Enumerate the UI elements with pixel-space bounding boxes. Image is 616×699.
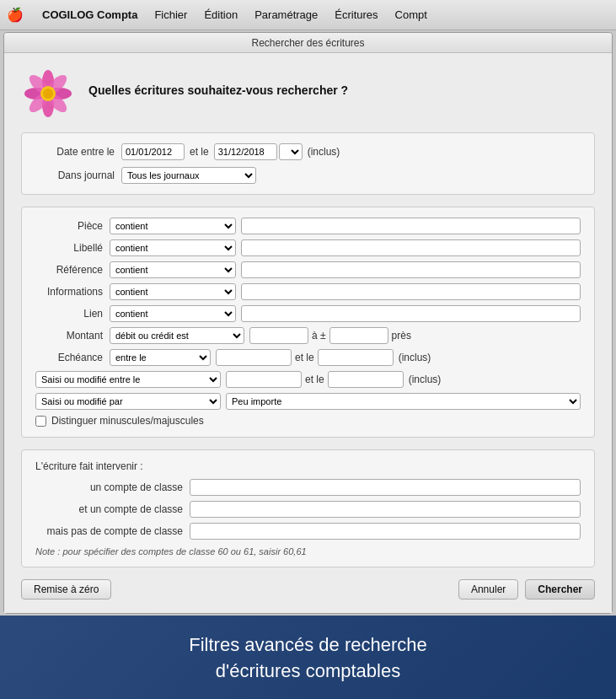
reference-select[interactable]: contient bbox=[110, 261, 236, 278]
montant-label: Montant bbox=[35, 330, 103, 341]
checkbox-row: Distinguer minuscules/majuscules bbox=[35, 415, 581, 427]
et-le-label: et le bbox=[190, 146, 209, 158]
libelle-label: Libellé bbox=[35, 242, 103, 254]
montant-pres-input[interactable] bbox=[329, 327, 388, 344]
saisi-inclus-label: (inclus) bbox=[409, 374, 442, 385]
note-text: Note : pour spécifier des comptes de cla… bbox=[35, 546, 581, 557]
saisi-par-select[interactable]: Saisi ou modifié par bbox=[35, 393, 221, 410]
journal-row: Dans journal Tous les journaux bbox=[39, 167, 577, 184]
informations-select[interactable]: contient bbox=[110, 283, 236, 300]
lien-row: Lien contient bbox=[35, 305, 581, 322]
date-row: Date entre le et le ▼ (inclus) bbox=[39, 143, 577, 160]
date-journal-section: Date entre le et le ▼ (inclus) Dans jour… bbox=[21, 132, 595, 195]
piece-input[interactable] bbox=[241, 218, 581, 234]
date-from-input[interactable] bbox=[121, 143, 185, 160]
flower-icon bbox=[21, 67, 75, 121]
bottom-banner: Filtres avancés de recherche d'écritures… bbox=[0, 616, 616, 699]
bottom-buttons: Remise à zéro Annuler Chercher bbox=[21, 579, 595, 600]
saisi-to-input[interactable] bbox=[328, 371, 404, 388]
mais-pas-input[interactable] bbox=[190, 523, 581, 540]
piece-row: Pièce contient bbox=[35, 218, 581, 234]
remise-zero-button[interactable]: Remise à zéro bbox=[21, 579, 111, 600]
montant-value-input[interactable] bbox=[249, 327, 308, 344]
saisi-from-input[interactable] bbox=[226, 371, 302, 388]
filters-section: Pièce contient Libellé contient Référenc… bbox=[21, 207, 595, 438]
echeance-et-le-label: et le bbox=[295, 352, 314, 363]
header-question: Quelles écritures souhaitez-vous recherc… bbox=[88, 83, 348, 97]
date-entre-le-label: Date entre le bbox=[39, 146, 115, 158]
echeance-to-input[interactable] bbox=[318, 349, 394, 366]
montant-select[interactable]: débit ou crédit est bbox=[110, 327, 244, 344]
informations-row: Informations contient bbox=[35, 283, 581, 300]
menubar-compt[interactable]: Compt bbox=[387, 7, 436, 23]
libelle-select[interactable]: contient bbox=[110, 239, 236, 256]
compte-section-title: L'écriture fait intervenir : bbox=[35, 460, 581, 472]
apple-menu[interactable]: 🍎 bbox=[7, 7, 24, 23]
menubar-ecritures[interactable]: Écritures bbox=[326, 7, 386, 23]
menubar-parametrage[interactable]: Paramétrage bbox=[246, 7, 326, 23]
distinguer-label: Distinguer minuscules/majuscules bbox=[51, 415, 204, 427]
reference-row: Référence contient bbox=[35, 261, 581, 278]
un-compte-label: un compte de classe bbox=[35, 481, 183, 493]
et-un-compte-input[interactable] bbox=[190, 501, 581, 518]
date-to-input[interactable] bbox=[214, 143, 277, 160]
piece-select[interactable]: contient bbox=[110, 218, 236, 234]
banner-line1: Filtres avancés de recherche bbox=[25, 632, 591, 659]
echeance-inclus-label: (inclus) bbox=[399, 352, 431, 363]
window-content: Quelles écritures souhaitez-vous recherc… bbox=[4, 53, 612, 613]
a-plus-minus-label: à ± bbox=[312, 330, 326, 341]
et-un-compte-row: et un compte de classe bbox=[35, 501, 581, 518]
lien-select[interactable]: contient bbox=[110, 305, 236, 322]
annuler-button[interactable]: Annuler bbox=[458, 579, 518, 600]
reference-input[interactable] bbox=[241, 261, 581, 278]
reference-label: Référence bbox=[35, 264, 103, 276]
libelle-row: Libellé contient bbox=[35, 239, 581, 256]
informations-input[interactable] bbox=[241, 283, 581, 300]
echeance-row: Echéance entre le et le (inclus) bbox=[35, 349, 581, 366]
saisi-et-le-label: et le bbox=[305, 374, 324, 385]
window-titlebar: Rechercher des écritures bbox=[4, 33, 612, 53]
echeance-label: Echéance bbox=[35, 352, 103, 363]
echeance-select[interactable]: entre le bbox=[110, 349, 211, 366]
pres-label: près bbox=[392, 330, 411, 341]
informations-label: Informations bbox=[35, 286, 103, 298]
inclus-label: (inclus) bbox=[308, 146, 340, 158]
saisi-modifie-select[interactable]: Saisi ou modifié entre le bbox=[35, 371, 221, 388]
banner-line2: d'écritures comptables bbox=[25, 659, 591, 685]
header-area: Quelles écritures souhaitez-vous recherc… bbox=[21, 67, 595, 121]
menubar-edition[interactable]: Édition bbox=[196, 7, 246, 23]
menubar: 🍎 COGILOG Compta Fichier Édition Paramét… bbox=[0, 0, 616, 30]
saisi-par-row: Saisi ou modifié par Peu importe bbox=[35, 393, 581, 410]
et-un-compte-label: et un compte de classe bbox=[35, 503, 183, 515]
window-title: Rechercher des écritures bbox=[251, 37, 364, 49]
compte-section: L'écriture fait intervenir : un compte d… bbox=[21, 449, 595, 567]
svg-point-9 bbox=[43, 89, 53, 99]
menubar-appname[interactable]: COGILOG Compta bbox=[34, 7, 146, 23]
chercher-button[interactable]: Chercher bbox=[525, 579, 595, 600]
montant-row: Montant débit ou crédit est à ± près bbox=[35, 327, 581, 344]
mais-pas-label: mais pas de compte de classe bbox=[35, 525, 183, 537]
main-window: Rechercher des écritures bbox=[3, 32, 613, 614]
saisi-par-value-select[interactable]: Peu importe bbox=[226, 393, 581, 410]
piece-label: Pièce bbox=[35, 220, 103, 232]
echeance-from-input[interactable] bbox=[216, 349, 292, 366]
date-dropdown[interactable]: ▼ bbox=[279, 143, 303, 160]
lien-input[interactable] bbox=[241, 305, 581, 322]
menubar-fichier[interactable]: Fichier bbox=[146, 7, 196, 23]
mais-pas-row: mais pas de compte de classe bbox=[35, 523, 581, 540]
un-compte-row: un compte de classe bbox=[35, 479, 581, 496]
un-compte-input[interactable] bbox=[190, 479, 581, 496]
saisi-modifie-row: Saisi ou modifié entre le et le (inclus) bbox=[35, 371, 581, 388]
dans-journal-label: Dans journal bbox=[39, 169, 115, 181]
distinguer-checkbox[interactable] bbox=[35, 416, 46, 427]
libelle-input[interactable] bbox=[241, 239, 581, 256]
journal-select[interactable]: Tous les journaux bbox=[121, 167, 256, 184]
lien-label: Lien bbox=[35, 308, 103, 320]
